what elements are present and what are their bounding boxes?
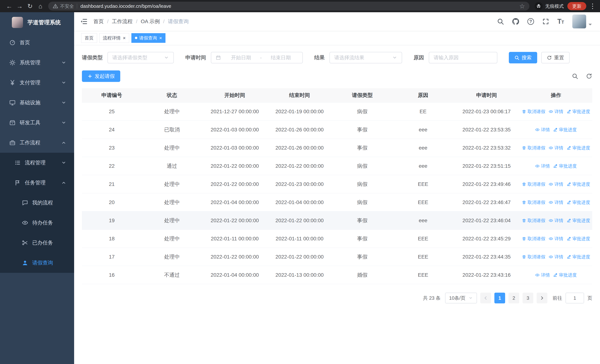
detail-action[interactable]: 详情 xyxy=(549,181,563,187)
search-icon[interactable] xyxy=(497,18,504,25)
page-button-2[interactable]: 2 xyxy=(508,293,519,303)
table-row[interactable]: 16不通过2022-01-04 00:00:002022-01-13 00:00… xyxy=(82,266,592,284)
cell-status: 通过 xyxy=(141,157,202,175)
page-size-select[interactable]: 10条/页 xyxy=(445,293,477,303)
sidebar-item-2[interactable]: 支付管理 xyxy=(0,73,74,93)
approval-progress-action[interactable]: 审批进度 xyxy=(553,163,577,169)
approval-progress-action[interactable]: 审批进度 xyxy=(567,181,590,187)
back-icon[interactable]: ← xyxy=(4,1,14,11)
detail-action[interactable]: 详情 xyxy=(535,127,550,133)
cancel-leave-action[interactable]: 取消请假 xyxy=(522,109,545,114)
breadcrumb-item-home[interactable]: 首页 xyxy=(94,18,104,25)
sidebar-item-11[interactable]: 请假查询 xyxy=(0,253,74,273)
browser-menu-icon[interactable]: ⋮ xyxy=(589,2,596,10)
table-row[interactable]: 22通过2022-01-22 00:00:002022-01-22 00:00:… xyxy=(82,157,592,175)
tab-leave-query[interactable]: 请假查询 × xyxy=(131,33,166,43)
home-icon[interactable]: ⌂ xyxy=(35,1,46,11)
detail-action[interactable]: 详情 xyxy=(549,218,563,224)
sidebar-item-0[interactable]: 首页 xyxy=(0,33,74,53)
breadcrumb-item-oa[interactable]: OA 示例 xyxy=(141,18,160,25)
reset-button[interactable]: 重置 xyxy=(541,52,570,63)
sidebar-item-1[interactable]: 系统管理 xyxy=(0,53,74,73)
prev-page-button[interactable] xyxy=(480,293,491,303)
detail-action[interactable]: 详情 xyxy=(549,236,563,242)
toggle-search-icon[interactable] xyxy=(572,73,578,79)
table-row[interactable]: 20处理中2022-01-04 00:00:002022-01-04 00:00… xyxy=(82,193,592,212)
help-icon[interactable]: ? xyxy=(527,18,534,25)
approval-progress-action[interactable]: 审批进度 xyxy=(567,109,590,114)
app-logo[interactable]: 芋道管理系统 xyxy=(0,12,74,33)
sidebar-item-4[interactable]: 研发工具 xyxy=(0,113,74,133)
reason-input[interactable] xyxy=(429,52,497,63)
close-icon[interactable]: × xyxy=(159,36,162,40)
page-button-3[interactable]: 3 xyxy=(523,293,533,303)
font-size-icon[interactable]: TT xyxy=(557,18,564,25)
breadcrumb-item-workflow[interactable]: 工作流程 xyxy=(112,18,133,25)
page-button-1[interactable]: 1 xyxy=(494,293,505,303)
url-text[interactable]: dashboard.yudao.iocoder.cn/bpm/oa/leave xyxy=(80,3,517,9)
tab-home[interactable]: 首页 xyxy=(81,33,97,43)
refresh-table-icon[interactable] xyxy=(586,73,592,79)
table-row[interactable]: 19处理中2022-01-22 00:00:002022-01-22 00:00… xyxy=(82,212,592,230)
approval-progress-action[interactable]: 审批进度 xyxy=(567,218,590,224)
sidebar-item-6[interactable]: 流程管理 xyxy=(0,153,74,173)
update-button[interactable]: 更新 xyxy=(567,2,586,10)
cancel-leave-action[interactable]: 取消请假 xyxy=(522,199,545,205)
cancel-leave-action[interactable]: 取消请假 xyxy=(522,181,545,187)
bookmark-star-icon[interactable]: ☆ xyxy=(519,2,525,10)
fullscreen-icon[interactable] xyxy=(542,18,549,25)
security-label[interactable]: 不安全 xyxy=(60,3,74,9)
detail-action[interactable]: 详情 xyxy=(535,163,550,169)
detail-action[interactable]: 详情 xyxy=(549,199,563,205)
detail-action[interactable]: 详情 xyxy=(549,109,563,114)
approval-progress-action[interactable]: 审批进度 xyxy=(567,254,590,260)
sidebar-item-10[interactable]: 已办任务 xyxy=(0,233,74,253)
address-bar[interactable]: 不安全 dashboard.yudao.iocoder.cn/bpm/oa/le… xyxy=(48,2,529,10)
sidebar-item-9[interactable]: 待办任务 xyxy=(0,213,74,233)
next-page-button[interactable] xyxy=(537,293,547,303)
active-dot xyxy=(135,37,137,39)
table-row[interactable]: 18处理中2022-01-11 00:00:002022-01-11 00:00… xyxy=(82,230,592,248)
sidebar-item-8[interactable]: 我的流程 xyxy=(0,193,74,213)
chevron-down-icon xyxy=(61,80,66,85)
approval-progress-action[interactable]: 审批进度 xyxy=(553,272,577,278)
approval-progress-action[interactable]: 审批进度 xyxy=(567,145,590,151)
sidebar-item-5[interactable]: 工作流程 xyxy=(0,133,74,153)
approval-progress-action[interactable]: 审批进度 xyxy=(553,127,577,133)
detail-action[interactable]: 详情 xyxy=(535,272,550,278)
detail-action[interactable]: 详情 xyxy=(549,145,563,151)
table-row[interactable]: 23处理中2022-01-03 00:00:002022-01-26 00:00… xyxy=(82,139,592,157)
edit-icon xyxy=(553,273,558,277)
edit-icon xyxy=(567,182,571,187)
sidebar-item-7[interactable]: 任务管理 xyxy=(0,173,74,193)
cancel-leave-action[interactable]: 取消请假 xyxy=(522,254,545,260)
delete-icon xyxy=(522,109,526,114)
result-select[interactable]: 请选择流结果 xyxy=(329,52,402,63)
cancel-leave-action[interactable]: 取消请假 xyxy=(522,236,545,242)
cell-reason: EEE xyxy=(393,230,453,248)
cancel-leave-action[interactable]: 取消请假 xyxy=(522,218,545,224)
table-row[interactable]: 24已取消2022-01-03 00:00:002022-01-26 00:00… xyxy=(82,121,592,139)
cell-status: 已取消 xyxy=(141,121,202,139)
date-range-picker[interactable]: 开始日期 - 结束日期 xyxy=(211,52,303,63)
cancel-leave-action[interactable]: 取消请假 xyxy=(522,145,545,151)
detail-action[interactable]: 详情 xyxy=(549,254,563,260)
goto-page-input[interactable] xyxy=(565,293,584,303)
create-leave-button[interactable]: 发起请假 xyxy=(82,70,120,82)
table-row[interactable]: 25处理中2021-12-27 00:00:002022-01-19 00:00… xyxy=(82,103,592,121)
forward-icon[interactable]: → xyxy=(14,1,25,11)
reload-icon[interactable]: ↻ xyxy=(25,1,35,11)
tab-process-detail[interactable]: 流程详情 × xyxy=(99,33,129,43)
user-menu[interactable] xyxy=(572,14,592,28)
github-icon[interactable] xyxy=(512,18,519,25)
approval-progress-action[interactable]: 审批进度 xyxy=(567,236,590,242)
search-button[interactable]: 搜索 xyxy=(509,52,537,63)
cell-end: 2022-01-13 00:00:00 xyxy=(267,266,332,284)
approval-progress-action[interactable]: 审批进度 xyxy=(567,199,590,205)
sidebar-item-3[interactable]: 基础设施 xyxy=(0,93,74,113)
table-row[interactable]: 21处理中2022-01-22 00:00:002022-01-23 00:00… xyxy=(82,175,592,193)
hamburger-icon[interactable] xyxy=(80,18,87,25)
table-row[interactable]: 17处理中2022-01-22 00:00:002022-01-22 00:00… xyxy=(82,248,592,266)
leave-type-select[interactable]: 请选择请假类型 xyxy=(107,52,174,63)
close-icon[interactable]: × xyxy=(123,36,126,40)
